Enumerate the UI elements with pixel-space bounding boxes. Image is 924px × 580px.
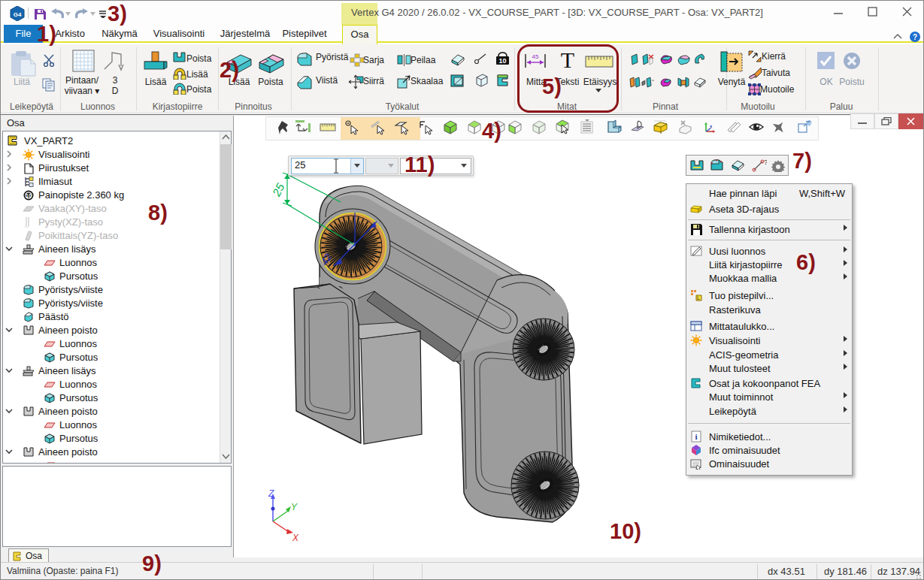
svg-text:10: 10 — [26, 193, 32, 198]
svg-text:?: ? — [913, 33, 917, 41]
svg-text:Z: Z — [268, 488, 274, 499]
svg-text:?: ? — [764, 159, 767, 166]
svg-text:G4: G4 — [14, 11, 22, 18]
svg-text:Y: Y — [291, 502, 298, 512]
svg-text:10: 10 — [498, 57, 506, 65]
svg-text:X: X — [292, 533, 299, 543]
svg-text:25: 25 — [269, 181, 286, 199]
svg-text:L: L — [697, 295, 700, 301]
svg-text:i: i — [695, 432, 697, 441]
